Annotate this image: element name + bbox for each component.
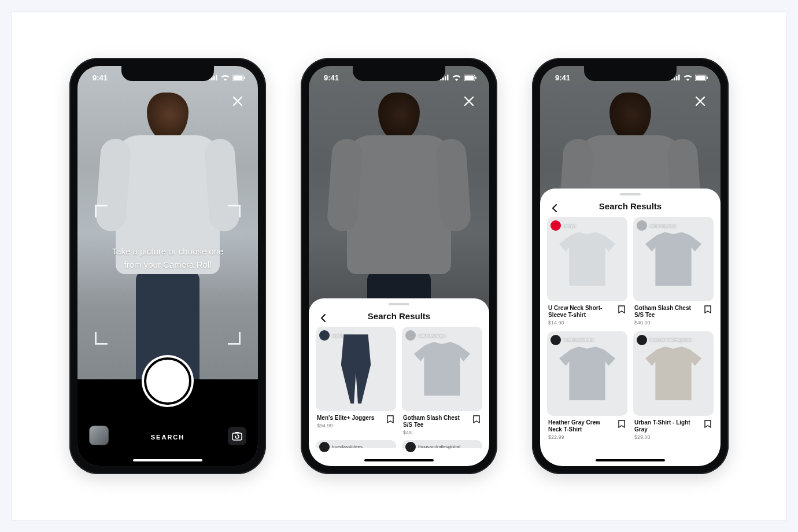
- battery-icon: [232, 75, 245, 81]
- screen-camera: 9:41: [77, 66, 258, 466]
- status-icons: [209, 75, 245, 81]
- status-icons: [671, 75, 708, 81]
- flip-camera-button[interactable]: [228, 427, 246, 445]
- svg-rect-13: [465, 75, 474, 80]
- brand-badge: thousandmilesglobal: [637, 335, 692, 345]
- product-price: $22.99: [548, 434, 614, 440]
- product-card-peek[interactable]: thousandmilesglobal: [402, 440, 482, 448]
- svg-rect-21: [707, 76, 708, 79]
- results-sheet[interactable]: Search Results uniqlo U Crew Neck Short-…: [540, 189, 721, 466]
- product-card[interactable]: styltbasics Men's Elite+ Joggers $94.99: [316, 327, 396, 435]
- svg-rect-11: [447, 75, 449, 80]
- brand-badge: uniqlo: [551, 220, 575, 231]
- screen-results-full: 9:41: [540, 66, 721, 466]
- product-title: Urban T-Shirt - Light Gray: [634, 419, 700, 433]
- phone-1: 9:41: [69, 58, 266, 474]
- device-notch: [353, 66, 445, 81]
- product-image: [414, 342, 470, 396]
- back-button[interactable]: [547, 200, 563, 216]
- results-grid: styltbasics Men's Elite+ Joggers $94.99: [309, 327, 489, 442]
- device-notch: [121, 66, 214, 81]
- wifi-icon: [684, 75, 692, 81]
- wifi-icon: [452, 75, 461, 81]
- bookmark-icon[interactable]: [386, 415, 395, 424]
- bookmark-icon[interactable]: [617, 419, 626, 428]
- svg-rect-9: [442, 77, 444, 80]
- product-card[interactable]: saturdaysnyc Gotham Slash Chest S/S Tee …: [402, 327, 482, 435]
- product-image: [559, 346, 615, 400]
- svg-rect-1: [211, 77, 213, 80]
- product-title: U Crew Neck Short-Sleeve T-shirt: [548, 305, 614, 319]
- product-price: $29.00: [634, 434, 700, 440]
- shutter-button[interactable]: [146, 360, 189, 402]
- svg-rect-18: [678, 75, 680, 80]
- product-price: $14.90: [548, 320, 614, 326]
- svg-rect-17: [676, 76, 678, 80]
- close-button[interactable]: [460, 93, 478, 110]
- brand-badge: saturdaysnyc: [637, 220, 677, 231]
- battery-icon: [695, 75, 708, 81]
- sheet-title: Search Results: [368, 311, 430, 321]
- product-card[interactable]: trueclassictees Heather Gray Crew Neck T…: [547, 331, 627, 440]
- product-image: [645, 346, 701, 400]
- svg-rect-20: [696, 75, 705, 80]
- product-title: Gotham Slash Chest S/S Tee: [403, 415, 468, 428]
- bookmark-icon[interactable]: [617, 305, 626, 314]
- sheet-header: Search Results: [540, 198, 721, 217]
- svg-rect-3: [216, 75, 217, 80]
- product-title: Gotham Slash Chest S/S Tee: [634, 305, 700, 319]
- svg-rect-16: [674, 77, 675, 80]
- product-card-peek[interactable]: trueclassictees: [316, 440, 396, 448]
- product-card[interactable]: uniqlo U Crew Neck Short-Sleeve T-shirt$…: [547, 217, 627, 326]
- product-title: Heather Gray Crew Neck T-Shirt: [548, 419, 614, 433]
- status-icons: [440, 75, 476, 81]
- device-notch: [584, 66, 677, 81]
- product-price: $94.99: [317, 423, 374, 428]
- close-button[interactable]: [692, 93, 709, 110]
- svg-rect-5: [234, 75, 243, 80]
- results-sheet[interactable]: Search Results styltbasics: [309, 298, 489, 466]
- close-button[interactable]: [229, 93, 246, 110]
- product-title: Men's Elite+ Joggers: [317, 415, 374, 422]
- product-image: [339, 334, 372, 404]
- svg-rect-6: [244, 76, 245, 79]
- battery-icon: [464, 75, 476, 81]
- bookmark-icon[interactable]: [472, 415, 481, 424]
- product-card[interactable]: saturdaysnyc Gotham Slash Chest S/S Tee$…: [633, 217, 714, 326]
- phone-2: 9:41: [301, 58, 497, 474]
- camera-hint: Take a picture or choose one from your C…: [77, 245, 258, 271]
- results-peek: trueclassictees thousandmilesglobal: [309, 440, 489, 448]
- product-price: $40.00: [634, 320, 700, 326]
- mockup-canvas: 9:41: [12, 12, 786, 520]
- svg-rect-7: [232, 433, 242, 440]
- home-indicator[interactable]: [364, 459, 434, 461]
- product-image: [645, 232, 701, 286]
- wifi-icon: [221, 75, 230, 81]
- brand-badge: saturdaysnyc: [405, 330, 445, 341]
- status-time: 9:41: [324, 73, 339, 82]
- product-card[interactable]: thousandmilesglobal Urban T-Shirt - Ligh…: [633, 331, 714, 440]
- sheet-grabber[interactable]: [389, 303, 409, 305]
- product-image: [559, 232, 615, 286]
- brand-badge: trueclassictees: [551, 335, 594, 345]
- svg-rect-10: [445, 76, 446, 80]
- sheet-title: Search Results: [599, 201, 662, 211]
- sheet-header: Search Results: [309, 308, 489, 327]
- phone-3: 9:41: [532, 58, 729, 474]
- bookmark-icon[interactable]: [703, 419, 712, 428]
- home-indicator[interactable]: [133, 459, 202, 461]
- screen-results-half: 9:41: [309, 66, 489, 466]
- status-time: 9:41: [93, 73, 108, 82]
- home-indicator[interactable]: [596, 459, 665, 461]
- sheet-grabber[interactable]: [620, 193, 641, 195]
- product-price: $48: [403, 430, 468, 435]
- status-time: 9:41: [555, 73, 570, 82]
- results-grid: uniqlo U Crew Neck Short-Sleeve T-shirt$…: [540, 217, 721, 447]
- svg-rect-2: [213, 76, 215, 80]
- back-button[interactable]: [316, 310, 332, 326]
- bookmark-icon[interactable]: [703, 305, 712, 314]
- svg-rect-14: [475, 76, 476, 79]
